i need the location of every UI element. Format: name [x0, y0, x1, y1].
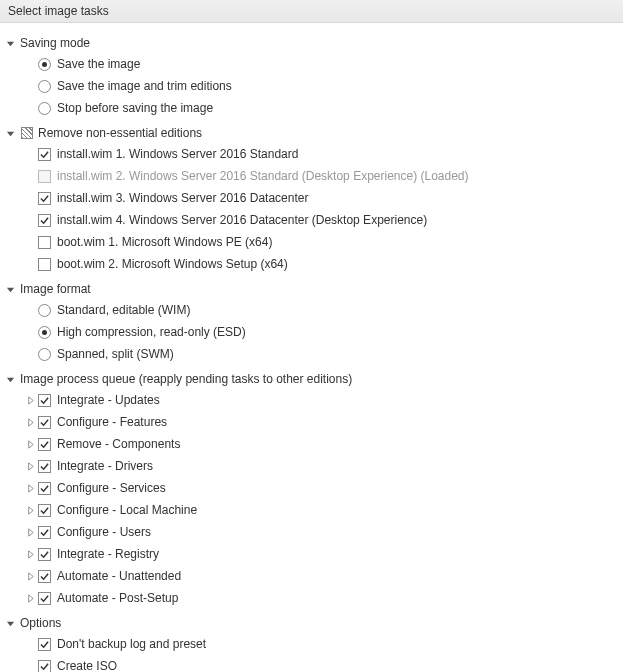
tree-item[interactable]: High compression, read-only (ESD)	[22, 321, 619, 343]
item-label: install.wim 3. Windows Server 2016 Datac…	[57, 191, 308, 205]
expand-toggle-icon[interactable]	[4, 283, 16, 295]
section-label: Image format	[20, 282, 91, 296]
checkbox[interactable]	[38, 570, 51, 583]
radio-button[interactable]	[38, 80, 51, 93]
tree-item[interactable]: boot.wim 1. Microsoft Windows PE (x64)	[22, 231, 619, 253]
tree-item[interactable]: Integrate - Drivers	[22, 455, 619, 477]
checkbox[interactable]	[38, 416, 51, 429]
checkbox[interactable]	[38, 482, 51, 495]
tree-item[interactable]: Configure - Users	[22, 521, 619, 543]
item-label: boot.wim 1. Microsoft Windows PE (x64)	[57, 235, 272, 249]
checkbox[interactable]	[38, 148, 51, 161]
expand-toggle-icon[interactable]	[22, 396, 38, 405]
tree-item[interactable]: Integrate - Updates	[22, 389, 619, 411]
section-header-saving-mode[interactable]: Saving mode	[4, 33, 619, 53]
item-label: Configure - Local Machine	[57, 503, 197, 517]
checkbox[interactable]	[38, 660, 51, 673]
item-label: install.wim 4. Windows Server 2016 Datac…	[57, 213, 427, 227]
item-label: Spanned, split (SWM)	[57, 347, 174, 361]
expand-toggle-icon[interactable]	[22, 572, 38, 581]
expand-toggle-icon[interactable]	[4, 373, 16, 385]
checkbox	[38, 170, 51, 183]
expand-toggle-icon[interactable]	[4, 37, 16, 49]
mixed-state-icon	[20, 126, 34, 140]
panel-header: Select image tasks	[0, 0, 623, 23]
item-label: Remove - Components	[57, 437, 180, 451]
radio-button[interactable]	[38, 58, 51, 71]
checkbox[interactable]	[38, 438, 51, 451]
tree-item[interactable]: Spanned, split (SWM)	[22, 343, 619, 365]
item-label: install.wim 2. Windows Server 2016 Stand…	[57, 169, 469, 183]
expand-toggle-icon[interactable]	[22, 594, 38, 603]
tree-item[interactable]: Stop before saving the image	[22, 97, 619, 119]
checkbox[interactable]	[38, 548, 51, 561]
radio-button[interactable]	[38, 102, 51, 115]
item-label: Stop before saving the image	[57, 101, 213, 115]
tree-item[interactable]: Automate - Unattended	[22, 565, 619, 587]
checkbox[interactable]	[38, 592, 51, 605]
expand-toggle-icon[interactable]	[22, 418, 38, 427]
checkbox[interactable]	[38, 258, 51, 271]
section-saving-mode: Saving modeSave the imageSave the image …	[4, 33, 619, 119]
item-label: High compression, read-only (ESD)	[57, 325, 246, 339]
checkbox[interactable]	[38, 236, 51, 249]
tree-item[interactable]: Configure - Services	[22, 477, 619, 499]
radio-button[interactable]	[38, 348, 51, 361]
tree-item[interactable]: Don't backup log and preset	[22, 633, 619, 655]
item-label: Configure - Users	[57, 525, 151, 539]
section-header-options[interactable]: Options	[4, 613, 619, 633]
expand-toggle-icon[interactable]	[4, 617, 16, 629]
tree-item[interactable]: Save the image	[22, 53, 619, 75]
checkbox[interactable]	[38, 460, 51, 473]
checkbox[interactable]	[38, 192, 51, 205]
expand-toggle-icon[interactable]	[22, 550, 38, 559]
section-children: Standard, editable (WIM)High compression…	[22, 299, 619, 365]
tree-item[interactable]: Configure - Features	[22, 411, 619, 433]
section-image-format: Image formatStandard, editable (WIM)High…	[4, 279, 619, 365]
tree-item[interactable]: Integrate - Registry	[22, 543, 619, 565]
item-label: Configure - Features	[57, 415, 167, 429]
expand-toggle-icon[interactable]	[22, 506, 38, 515]
section-children: Don't backup log and presetCreate ISO	[22, 633, 619, 672]
checkbox[interactable]	[38, 394, 51, 407]
tree-item[interactable]: install.wim 1. Windows Server 2016 Stand…	[22, 143, 619, 165]
section-children: Integrate - UpdatesConfigure - FeaturesR…	[22, 389, 619, 609]
item-label: Standard, editable (WIM)	[57, 303, 190, 317]
item-label: Integrate - Updates	[57, 393, 160, 407]
tree-item[interactable]: Remove - Components	[22, 433, 619, 455]
radio-button[interactable]	[38, 304, 51, 317]
checkbox[interactable]	[38, 526, 51, 539]
expand-toggle-icon[interactable]	[22, 528, 38, 537]
item-label: Integrate - Registry	[57, 547, 159, 561]
section-label: Image process queue (reapply pending tas…	[20, 372, 352, 386]
checkbox[interactable]	[38, 504, 51, 517]
tree-item[interactable]: Configure - Local Machine	[22, 499, 619, 521]
section-label: Options	[20, 616, 61, 630]
item-label: install.wim 1. Windows Server 2016 Stand…	[57, 147, 298, 161]
tree-item[interactable]: install.wim 4. Windows Server 2016 Datac…	[22, 209, 619, 231]
item-label: Create ISO	[57, 659, 117, 672]
checkbox[interactable]	[38, 638, 51, 651]
section-header-image-format[interactable]: Image format	[4, 279, 619, 299]
tree-item[interactable]: Save the image and trim editions	[22, 75, 619, 97]
section-header-remove-editions[interactable]: Remove non-essential editions	[4, 123, 619, 143]
tree-item[interactable]: install.wim 3. Windows Server 2016 Datac…	[22, 187, 619, 209]
radio-button[interactable]	[38, 326, 51, 339]
tree-item[interactable]: Automate - Post-Setup	[22, 587, 619, 609]
task-tree: Saving modeSave the imageSave the image …	[0, 23, 623, 672]
section-children: Save the imageSave the image and trim ed…	[22, 53, 619, 119]
section-header-process-queue[interactable]: Image process queue (reapply pending tas…	[4, 369, 619, 389]
expand-toggle-icon[interactable]	[22, 440, 38, 449]
tree-item[interactable]: Create ISO	[22, 655, 619, 672]
tree-item[interactable]: Standard, editable (WIM)	[22, 299, 619, 321]
tree-item[interactable]: boot.wim 2. Microsoft Windows Setup (x64…	[22, 253, 619, 275]
checkbox[interactable]	[38, 214, 51, 227]
item-label: Integrate - Drivers	[57, 459, 153, 473]
expand-toggle-icon[interactable]	[22, 484, 38, 493]
section-process-queue: Image process queue (reapply pending tas…	[4, 369, 619, 609]
expand-toggle-icon[interactable]	[4, 127, 16, 139]
expand-toggle-icon[interactable]	[22, 462, 38, 471]
item-label: Configure - Services	[57, 481, 166, 495]
section-options: OptionsDon't backup log and presetCreate…	[4, 613, 619, 672]
item-label: Automate - Unattended	[57, 569, 181, 583]
